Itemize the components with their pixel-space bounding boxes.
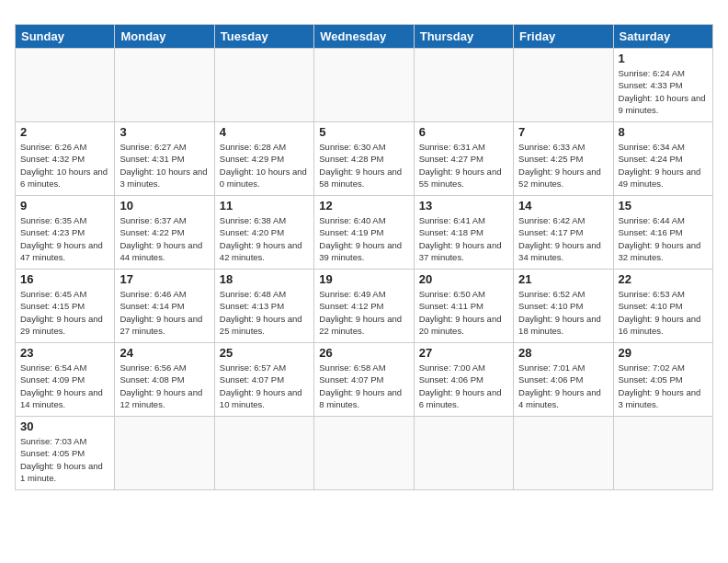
day-number: 8 xyxy=(619,125,708,139)
calendar-cell xyxy=(314,417,414,490)
day-info: Sunrise: 6:34 AM Sunset: 4:24 PM Dayligh… xyxy=(619,141,708,190)
calendar-cell: 20Sunrise: 6:50 AM Sunset: 4:11 PM Dayli… xyxy=(414,270,513,343)
day-header-friday: Friday xyxy=(514,25,613,49)
calendar-cell: 7Sunrise: 6:33 AM Sunset: 4:25 PM Daylig… xyxy=(514,122,613,196)
calendar-table: SundayMondayTuesdayWednesdayThursdayFrid… xyxy=(15,24,713,490)
week-row-2: 2Sunrise: 6:26 AM Sunset: 4:32 PM Daylig… xyxy=(16,122,713,196)
day-header-tuesday: Tuesday xyxy=(214,25,313,49)
week-row-6: 30Sunrise: 7:03 AM Sunset: 4:05 PM Dayli… xyxy=(16,417,713,490)
day-number: 5 xyxy=(319,125,408,139)
calendar-cell: 14Sunrise: 6:42 AM Sunset: 4:17 PM Dayli… xyxy=(514,196,613,270)
calendar-cell: 21Sunrise: 6:52 AM Sunset: 4:10 PM Dayli… xyxy=(514,270,613,343)
day-number: 10 xyxy=(119,199,209,213)
day-number: 4 xyxy=(220,125,309,139)
day-info: Sunrise: 7:00 AM Sunset: 4:06 PM Dayligh… xyxy=(419,362,508,410)
day-info: Sunrise: 6:46 AM Sunset: 4:14 PM Dayligh… xyxy=(119,288,209,337)
day-header-wednesday: Wednesday xyxy=(314,25,414,49)
day-number: 7 xyxy=(518,125,608,139)
day-number: 16 xyxy=(20,272,109,286)
day-number: 26 xyxy=(319,346,408,360)
day-info: Sunrise: 6:24 AM Sunset: 4:33 PM Dayligh… xyxy=(619,67,708,116)
day-number: 15 xyxy=(619,199,708,213)
calendar-cell: 22Sunrise: 6:53 AM Sunset: 4:10 PM Dayli… xyxy=(613,270,712,343)
day-info: Sunrise: 6:50 AM Sunset: 4:11 PM Dayligh… xyxy=(419,288,508,337)
day-number: 23 xyxy=(20,346,109,360)
days-header-row: SundayMondayTuesdayWednesdayThursdayFrid… xyxy=(16,25,713,49)
calendar-cell: 26Sunrise: 6:58 AM Sunset: 4:07 PM Dayli… xyxy=(314,343,414,417)
calendar-cell: 15Sunrise: 6:44 AM Sunset: 4:16 PM Dayli… xyxy=(613,196,712,270)
day-header-thursday: Thursday xyxy=(414,25,513,49)
week-row-4: 16Sunrise: 6:45 AM Sunset: 4:15 PM Dayli… xyxy=(16,270,713,343)
calendar-cell xyxy=(414,49,513,122)
calendar-cell: 10Sunrise: 6:37 AM Sunset: 4:22 PM Dayli… xyxy=(115,196,214,270)
day-header-monday: Monday xyxy=(115,25,214,49)
calendar-cell: 28Sunrise: 7:01 AM Sunset: 4:06 PM Dayli… xyxy=(514,343,613,417)
day-info: Sunrise: 6:28 AM Sunset: 4:29 PM Dayligh… xyxy=(220,141,309,190)
day-number: 11 xyxy=(220,199,309,213)
day-info: Sunrise: 7:03 AM Sunset: 4:05 PM Dayligh… xyxy=(20,435,109,484)
day-info: Sunrise: 6:38 AM Sunset: 4:20 PM Dayligh… xyxy=(220,214,309,263)
calendar-cell: 19Sunrise: 6:49 AM Sunset: 4:12 PM Dayli… xyxy=(314,270,414,343)
calendar-cell: 29Sunrise: 7:02 AM Sunset: 4:05 PM Dayli… xyxy=(613,343,712,417)
day-number: 17 xyxy=(119,272,209,286)
day-info: Sunrise: 6:49 AM Sunset: 4:12 PM Dayligh… xyxy=(319,288,408,337)
calendar-cell xyxy=(214,417,313,490)
day-number: 25 xyxy=(220,346,309,360)
day-info: Sunrise: 6:54 AM Sunset: 4:09 PM Dayligh… xyxy=(20,362,109,410)
calendar-cell xyxy=(115,417,214,490)
day-info: Sunrise: 6:53 AM Sunset: 4:10 PM Dayligh… xyxy=(619,288,708,337)
calendar-cell: 8Sunrise: 6:34 AM Sunset: 4:24 PM Daylig… xyxy=(613,122,712,196)
day-number: 13 xyxy=(419,199,508,213)
calendar-cell xyxy=(115,49,214,122)
calendar-cell xyxy=(314,49,414,122)
calendar-cell: 11Sunrise: 6:38 AM Sunset: 4:20 PM Dayli… xyxy=(214,196,313,270)
day-info: Sunrise: 6:41 AM Sunset: 4:18 PM Dayligh… xyxy=(419,214,508,263)
day-info: Sunrise: 6:26 AM Sunset: 4:32 PM Dayligh… xyxy=(20,141,109,190)
day-number: 24 xyxy=(119,346,209,360)
day-number: 30 xyxy=(20,419,109,433)
calendar-cell: 5Sunrise: 6:30 AM Sunset: 4:28 PM Daylig… xyxy=(314,122,414,196)
calendar-cell: 27Sunrise: 7:00 AM Sunset: 4:06 PM Dayli… xyxy=(414,343,513,417)
week-row-1: 1Sunrise: 6:24 AM Sunset: 4:33 PM Daylig… xyxy=(16,49,713,122)
calendar-cell xyxy=(613,417,712,490)
day-number: 27 xyxy=(419,346,508,360)
calendar-cell: 17Sunrise: 6:46 AM Sunset: 4:14 PM Dayli… xyxy=(115,270,214,343)
day-info: Sunrise: 6:56 AM Sunset: 4:08 PM Dayligh… xyxy=(119,362,209,410)
day-info: Sunrise: 6:27 AM Sunset: 4:31 PM Dayligh… xyxy=(119,141,209,190)
calendar-cell xyxy=(514,49,613,122)
day-number: 22 xyxy=(619,272,708,286)
calendar-cell xyxy=(514,417,613,490)
day-number: 6 xyxy=(419,125,508,139)
day-number: 1 xyxy=(619,52,708,65)
day-info: Sunrise: 6:33 AM Sunset: 4:25 PM Dayligh… xyxy=(518,141,608,190)
calendar-cell: 16Sunrise: 6:45 AM Sunset: 4:15 PM Dayli… xyxy=(16,270,115,343)
day-info: Sunrise: 6:31 AM Sunset: 4:27 PM Dayligh… xyxy=(419,141,508,190)
day-number: 3 xyxy=(119,125,209,139)
day-number: 29 xyxy=(619,346,708,360)
day-info: Sunrise: 6:45 AM Sunset: 4:15 PM Dayligh… xyxy=(20,288,109,337)
calendar-cell: 1Sunrise: 6:24 AM Sunset: 4:33 PM Daylig… xyxy=(613,49,712,122)
day-header-saturday: Saturday xyxy=(613,25,712,49)
day-info: Sunrise: 7:01 AM Sunset: 4:06 PM Dayligh… xyxy=(518,362,608,410)
calendar-cell xyxy=(414,417,513,490)
day-header-sunday: Sunday xyxy=(16,25,115,49)
day-info: Sunrise: 6:52 AM Sunset: 4:10 PM Dayligh… xyxy=(518,288,608,337)
calendar-cell xyxy=(214,49,313,122)
day-number: 19 xyxy=(319,272,408,286)
calendar-cell: 4Sunrise: 6:28 AM Sunset: 4:29 PM Daylig… xyxy=(214,122,313,196)
day-info: Sunrise: 6:57 AM Sunset: 4:07 PM Dayligh… xyxy=(220,362,309,410)
day-info: Sunrise: 6:44 AM Sunset: 4:16 PM Dayligh… xyxy=(619,214,708,263)
day-number: 2 xyxy=(20,125,109,139)
day-number: 21 xyxy=(518,272,608,286)
day-info: Sunrise: 6:48 AM Sunset: 4:13 PM Dayligh… xyxy=(220,288,309,337)
calendar-cell: 2Sunrise: 6:26 AM Sunset: 4:32 PM Daylig… xyxy=(16,122,115,196)
calendar-cell: 30Sunrise: 7:03 AM Sunset: 4:05 PM Dayli… xyxy=(16,417,115,490)
calendar-cell: 18Sunrise: 6:48 AM Sunset: 4:13 PM Dayli… xyxy=(214,270,313,343)
calendar-cell: 9Sunrise: 6:35 AM Sunset: 4:23 PM Daylig… xyxy=(16,196,115,270)
day-info: Sunrise: 6:40 AM Sunset: 4:19 PM Dayligh… xyxy=(319,214,408,263)
week-row-5: 23Sunrise: 6:54 AM Sunset: 4:09 PM Dayli… xyxy=(16,343,713,417)
week-row-3: 9Sunrise: 6:35 AM Sunset: 4:23 PM Daylig… xyxy=(16,196,713,270)
day-info: Sunrise: 6:37 AM Sunset: 4:22 PM Dayligh… xyxy=(119,214,209,263)
day-number: 14 xyxy=(518,199,608,213)
calendar-cell: 6Sunrise: 6:31 AM Sunset: 4:27 PM Daylig… xyxy=(414,122,513,196)
